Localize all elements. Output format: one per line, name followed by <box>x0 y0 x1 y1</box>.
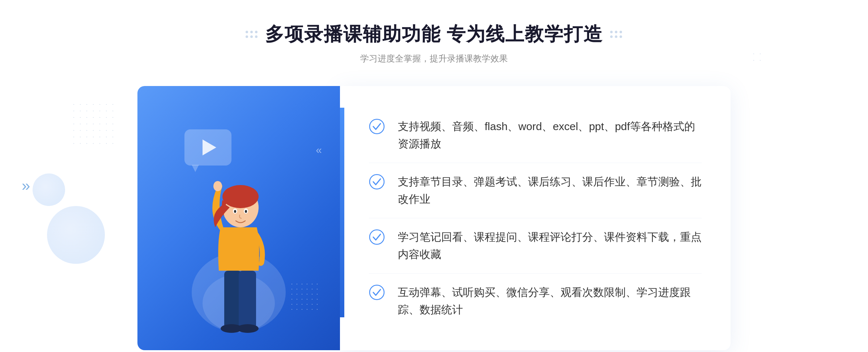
svg-point-14 <box>370 175 384 189</box>
content-area: « <box>137 86 731 350</box>
svg-point-8 <box>222 185 259 208</box>
svg-point-6 <box>213 181 222 191</box>
deco-circle-2 <box>33 173 65 206</box>
svg-point-13 <box>370 119 384 134</box>
header-title-row: 多项录播课辅助功能 专为线上教学打造 <box>246 22 622 47</box>
svg-rect-3 <box>239 271 256 329</box>
feature-text-3: 学习笔记回看、课程提问、课程评论打分、课件资料下载，重点内容收藏 <box>398 228 702 263</box>
deco-circle-1 <box>47 206 105 264</box>
svg-point-15 <box>370 230 384 244</box>
svg-point-5 <box>237 324 259 333</box>
dot-grid-decoration-right <box>750 51 765 65</box>
check-icon-2 <box>369 174 385 190</box>
person-svg <box>188 141 289 350</box>
svg-point-16 <box>370 285 384 300</box>
feature-item-4: 互动弹幕、试听购买、微信分享、观看次数限制、学习进度跟踪、数据统计 <box>369 274 702 329</box>
svg-point-11 <box>234 210 236 213</box>
feature-item-3: 学习笔记回看、课程提问、课程评论打分、课件资料下载，重点内容收藏 <box>369 218 702 274</box>
person-illustration <box>188 141 289 350</box>
illus-dot-grid <box>289 282 318 310</box>
feature-text-4: 互动弹幕、试听购买、微信分享、观看次数限制、学习进度跟踪、数据统计 <box>398 284 702 318</box>
illustration-card: « <box>137 86 340 350</box>
deco-grid-right <box>610 31 622 38</box>
check-icon-1 <box>369 119 385 134</box>
check-icon-4 <box>369 284 385 300</box>
page-subtitle: 学习进度全掌握，提升录播课教学效果 <box>360 53 508 64</box>
illus-arrows: « <box>316 144 322 156</box>
features-panel: 支持视频、音频、flash、word、excel、ppt、pdf等各种格式的资源… <box>340 86 731 350</box>
feature-text-1: 支持视频、音频、flash、word、excel、ppt、pdf等各种格式的资源… <box>398 118 702 153</box>
page-wrapper: » 多项录播课辅助功能 专为线上教学打造 学习进度全掌握，提升录播课教学效果 <box>0 0 868 352</box>
dot-grid-decoration-left <box>71 101 114 145</box>
deco-grid-left <box>246 31 258 38</box>
header-section: 多项录播课辅助功能 专为线上教学打造 学习进度全掌握，提升录播课教学效果 <box>246 22 622 64</box>
feature-items-container: 支持视频、音频、flash、word、excel、ppt、pdf等各种格式的资源… <box>369 108 702 329</box>
left-arrow-decoration: » <box>22 177 30 194</box>
svg-point-12 <box>245 210 247 213</box>
check-icon-3 <box>369 229 385 245</box>
panel-accent-bar <box>340 108 344 317</box>
page-title: 多项录播课辅助功能 专为线上教学打造 <box>265 22 603 47</box>
feature-item-1: 支持视频、音频、flash、word、excel、ppt、pdf等各种格式的资源… <box>369 108 702 163</box>
feature-item-2: 支持章节目录、弹题考试、课后练习、课后作业、章节测验、批改作业 <box>369 163 702 218</box>
feature-text-2: 支持章节目录、弹题考试、课后练习、课后作业、章节测验、批改作业 <box>398 173 702 208</box>
